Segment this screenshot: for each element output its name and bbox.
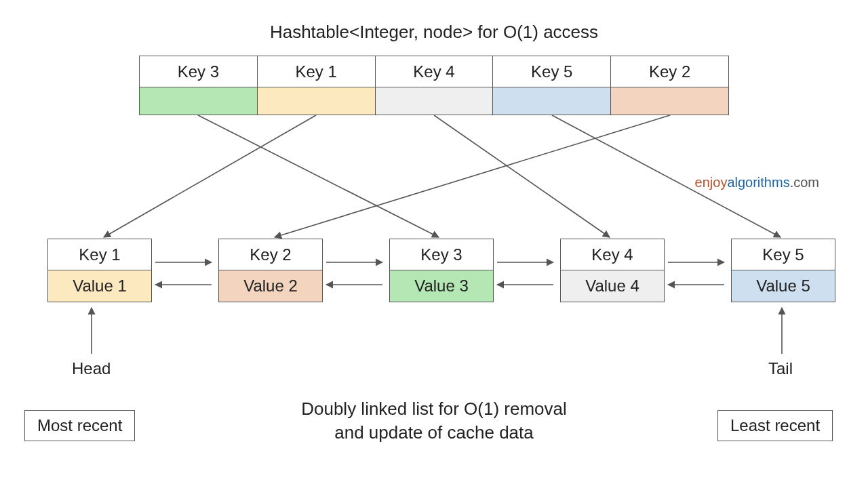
title-bottom-line2: and update of cache data [334,422,533,443]
tail-label: Tail [768,359,793,378]
head-label: Head [72,359,111,378]
node-key: Key 2 [219,239,322,270]
diagram-stage: Hashtable<Integer, node> for O(1) access… [0,0,868,488]
hashtable-key: Key 5 [493,56,610,87]
title-bottom-line1: Doubly linked list for O(1) removal [301,399,567,419]
hashtable-slot: Key 2 [610,56,729,115]
node-key: Key 3 [390,239,493,270]
hashtable-key: Key 3 [140,56,257,87]
node-key: Key 5 [732,239,835,270]
hashtable-slot: Key 3 [139,56,257,115]
node-value: Value 5 [732,270,835,302]
list-node: Key 5 Value 5 [731,239,835,302]
pointer-key2 [275,115,670,237]
hashtable-value [611,87,728,115]
hashtable-key: Key 2 [611,56,728,87]
pointer-key1 [104,115,316,237]
hashtable-key: Key 1 [258,56,375,87]
node-value: Value 3 [390,270,493,302]
hashtable-value [493,87,610,115]
hashtable-value [376,87,493,115]
watermark-part1: enjoy [695,175,728,190]
list-node: Key 3 Value 3 [389,239,494,302]
hashtable-slot: Key 5 [492,56,610,115]
list-node: Key 1 Value 1 [47,239,152,302]
watermark: enjoyalgorithms.com [695,175,819,190]
node-value: Value 4 [561,270,664,302]
hashtable-value [140,87,257,115]
watermark-part3: .com [790,175,819,190]
linked-list: Key 1 Value 1 Key 2 Value 2 Key 3 Value … [47,239,835,302]
hashtable-slot: Key 1 [257,56,375,115]
list-node: Key 2 Value 2 [218,239,323,302]
hashtable-slot: Key 4 [375,56,493,115]
node-key: Key 4 [561,239,664,270]
watermark-part2: algorithms [727,175,789,190]
node-value: Value 1 [48,270,151,302]
title-top: Hashtable<Integer, node> for O(1) access [0,22,868,43]
node-key: Key 1 [48,239,151,270]
list-node: Key 4 Value 4 [560,239,665,302]
title-bottom: Doubly linked list for O(1) removal and … [0,397,868,445]
node-value: Value 2 [219,270,322,302]
pointer-key4 [434,115,610,237]
pointer-key3 [198,115,439,237]
hashtable-key: Key 4 [376,56,493,87]
hashtable-value [258,87,375,115]
hashtable: Key 3 Key 1 Key 4 Key 5 Key 2 [139,56,729,115]
